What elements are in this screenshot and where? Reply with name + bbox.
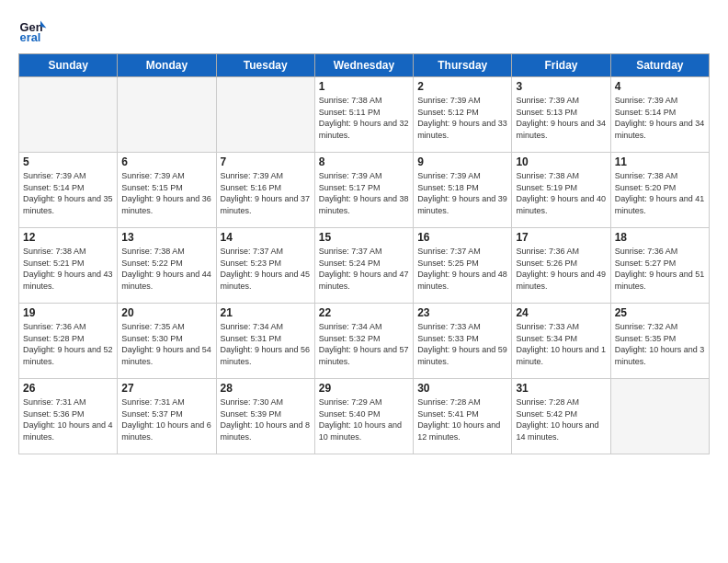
calendar-cell: 10Sunrise: 7:38 AMSunset: 5:19 PMDayligh…: [512, 153, 610, 228]
calendar-cell: 6Sunrise: 7:39 AMSunset: 5:15 PMDaylight…: [118, 153, 216, 228]
calendar-cell: 2Sunrise: 7:39 AMSunset: 5:12 PMDaylight…: [414, 77, 512, 153]
calendar-week-3: 19Sunrise: 7:36 AMSunset: 5:28 PMDayligh…: [19, 304, 710, 379]
weekday-header-row: SundayMondayTuesdayWednesdayThursdayFrid…: [19, 54, 710, 77]
svg-text:eral: eral: [20, 30, 41, 44]
calendar-cell: [610, 379, 709, 454]
day-number: 22: [319, 306, 409, 319]
logo-icon: Gen eral: [18, 15, 48, 44]
calendar-cell: 21Sunrise: 7:34 AMSunset: 5:31 PMDayligh…: [216, 304, 314, 379]
day-info: Sunrise: 7:39 AMSunset: 5:15 PMDaylight:…: [121, 170, 211, 216]
day-info: Sunrise: 7:33 AMSunset: 5:34 PMDaylight:…: [516, 321, 606, 367]
day-number: 23: [417, 306, 507, 319]
calendar-cell: 16Sunrise: 7:37 AMSunset: 5:25 PMDayligh…: [414, 228, 512, 304]
day-number: 13: [121, 231, 211, 244]
day-number: 11: [615, 155, 705, 168]
weekday-header-friday: Friday: [512, 54, 610, 77]
day-info: Sunrise: 7:39 AMSunset: 5:18 PMDaylight:…: [417, 170, 507, 216]
day-info: Sunrise: 7:31 AMSunset: 5:36 PMDaylight:…: [23, 396, 113, 442]
calendar-cell: 13Sunrise: 7:38 AMSunset: 5:22 PMDayligh…: [118, 228, 216, 304]
day-info: Sunrise: 7:35 AMSunset: 5:30 PMDaylight:…: [121, 321, 211, 367]
calendar-cell: 3Sunrise: 7:39 AMSunset: 5:13 PMDaylight…: [512, 77, 610, 153]
page: Gen eral SundayMondayTuesdayWednesdayThu…: [0, 0, 728, 563]
day-number: 24: [516, 306, 606, 319]
day-number: 8: [319, 155, 409, 168]
calendar-cell: 15Sunrise: 7:37 AMSunset: 5:24 PMDayligh…: [314, 228, 413, 304]
calendar-cell: 11Sunrise: 7:38 AMSunset: 5:20 PMDayligh…: [610, 153, 709, 228]
day-number: 6: [121, 155, 211, 168]
calendar-cell: 7Sunrise: 7:39 AMSunset: 5:16 PMDaylight…: [216, 153, 314, 228]
day-info: Sunrise: 7:28 AMSunset: 5:41 PMDaylight:…: [417, 396, 507, 442]
day-number: 29: [319, 382, 409, 395]
calendar-cell: 17Sunrise: 7:36 AMSunset: 5:26 PMDayligh…: [512, 228, 610, 304]
day-info: Sunrise: 7:39 AMSunset: 5:12 PMDaylight:…: [417, 95, 507, 141]
calendar-cell: 26Sunrise: 7:31 AMSunset: 5:36 PMDayligh…: [19, 379, 118, 454]
day-info: Sunrise: 7:37 AMSunset: 5:24 PMDaylight:…: [319, 246, 409, 292]
day-info: Sunrise: 7:30 AMSunset: 5:39 PMDaylight:…: [221, 396, 311, 442]
day-info: Sunrise: 7:39 AMSunset: 5:17 PMDaylight:…: [319, 170, 409, 216]
weekday-header-monday: Monday: [118, 54, 216, 77]
calendar-cell: 28Sunrise: 7:30 AMSunset: 5:39 PMDayligh…: [216, 379, 314, 454]
day-number: 10: [516, 155, 606, 168]
weekday-header-thursday: Thursday: [414, 54, 512, 77]
calendar-week-0: 1Sunrise: 7:38 AMSunset: 5:11 PMDaylight…: [19, 77, 710, 153]
day-info: Sunrise: 7:37 AMSunset: 5:25 PMDaylight:…: [417, 246, 507, 292]
calendar-cell: 1Sunrise: 7:38 AMSunset: 5:11 PMDaylight…: [314, 77, 413, 153]
day-number: 21: [221, 306, 311, 319]
day-number: 9: [417, 155, 507, 168]
day-number: 4: [615, 80, 705, 93]
logo: Gen eral: [18, 15, 51, 44]
day-number: 7: [221, 155, 311, 168]
day-number: 14: [221, 231, 311, 244]
calendar-cell: 31Sunrise: 7:28 AMSunset: 5:42 PMDayligh…: [512, 379, 610, 454]
day-number: 26: [23, 382, 113, 395]
day-number: 20: [121, 306, 211, 319]
weekday-header-wednesday: Wednesday: [314, 54, 413, 77]
calendar-cell: 14Sunrise: 7:37 AMSunset: 5:23 PMDayligh…: [216, 228, 314, 304]
calendar-week-4: 26Sunrise: 7:31 AMSunset: 5:36 PMDayligh…: [19, 379, 710, 454]
calendar-week-2: 12Sunrise: 7:38 AMSunset: 5:21 PMDayligh…: [19, 228, 710, 304]
calendar-cell: 8Sunrise: 7:39 AMSunset: 5:17 PMDaylight…: [314, 153, 413, 228]
day-info: Sunrise: 7:38 AMSunset: 5:22 PMDaylight:…: [121, 246, 211, 292]
day-info: Sunrise: 7:34 AMSunset: 5:31 PMDaylight:…: [221, 321, 311, 367]
day-number: 18: [615, 231, 705, 244]
calendar-cell: 9Sunrise: 7:39 AMSunset: 5:18 PMDaylight…: [414, 153, 512, 228]
day-number: 31: [516, 382, 606, 395]
weekday-header-tuesday: Tuesday: [216, 54, 314, 77]
calendar-cell: 23Sunrise: 7:33 AMSunset: 5:33 PMDayligh…: [414, 304, 512, 379]
calendar-cell: 25Sunrise: 7:32 AMSunset: 5:35 PMDayligh…: [610, 304, 709, 379]
day-info: Sunrise: 7:39 AMSunset: 5:16 PMDaylight:…: [221, 170, 311, 216]
calendar-cell: 24Sunrise: 7:33 AMSunset: 5:34 PMDayligh…: [512, 304, 610, 379]
calendar-cell: 30Sunrise: 7:28 AMSunset: 5:41 PMDayligh…: [414, 379, 512, 454]
weekday-header-saturday: Saturday: [610, 54, 709, 77]
day-number: 1: [319, 80, 409, 93]
day-info: Sunrise: 7:36 AMSunset: 5:28 PMDaylight:…: [23, 321, 113, 367]
day-number: 15: [319, 231, 409, 244]
calendar-cell: 19Sunrise: 7:36 AMSunset: 5:28 PMDayligh…: [19, 304, 118, 379]
day-number: 12: [23, 231, 113, 244]
day-number: 30: [417, 382, 507, 395]
day-info: Sunrise: 7:37 AMSunset: 5:23 PMDaylight:…: [221, 246, 311, 292]
day-number: 25: [615, 306, 705, 319]
calendar-cell: [118, 77, 216, 153]
day-info: Sunrise: 7:38 AMSunset: 5:20 PMDaylight:…: [615, 170, 705, 216]
day-info: Sunrise: 7:39 AMSunset: 5:13 PMDaylight:…: [516, 95, 606, 141]
weekday-header-sunday: Sunday: [19, 54, 118, 77]
day-number: 16: [417, 231, 507, 244]
calendar-cell: 5Sunrise: 7:39 AMSunset: 5:14 PMDaylight…: [19, 153, 118, 228]
day-info: Sunrise: 7:39 AMSunset: 5:14 PMDaylight:…: [615, 95, 705, 141]
day-info: Sunrise: 7:29 AMSunset: 5:40 PMDaylight:…: [319, 396, 409, 442]
day-number: 3: [516, 80, 606, 93]
day-info: Sunrise: 7:32 AMSunset: 5:35 PMDaylight:…: [615, 321, 705, 367]
day-info: Sunrise: 7:33 AMSunset: 5:33 PMDaylight:…: [417, 321, 507, 367]
calendar-cell: 29Sunrise: 7:29 AMSunset: 5:40 PMDayligh…: [314, 379, 413, 454]
day-number: 5: [23, 155, 113, 168]
calendar-cell: 4Sunrise: 7:39 AMSunset: 5:14 PMDaylight…: [610, 77, 709, 153]
calendar-cell: 22Sunrise: 7:34 AMSunset: 5:32 PMDayligh…: [314, 304, 413, 379]
day-number: 19: [23, 306, 113, 319]
calendar-cell: 18Sunrise: 7:36 AMSunset: 5:27 PMDayligh…: [610, 228, 709, 304]
day-info: Sunrise: 7:36 AMSunset: 5:26 PMDaylight:…: [516, 246, 606, 292]
day-info: Sunrise: 7:31 AMSunset: 5:37 PMDaylight:…: [121, 396, 211, 442]
calendar-cell: 12Sunrise: 7:38 AMSunset: 5:21 PMDayligh…: [19, 228, 118, 304]
calendar: SundayMondayTuesdayWednesdayThursdayFrid…: [18, 53, 710, 454]
header: Gen eral: [18, 15, 710, 44]
